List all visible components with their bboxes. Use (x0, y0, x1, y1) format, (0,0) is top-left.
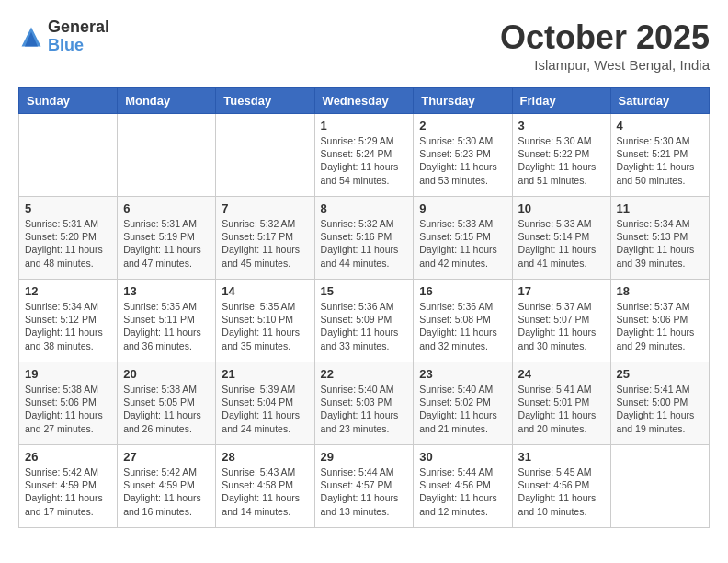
day-info: Sunrise: 5:45 AM Sunset: 4:56 PM Dayligh… (518, 465, 605, 518)
day-number: 31 (518, 450, 605, 464)
day-number: 23 (419, 367, 506, 381)
day-info: Sunrise: 5:34 AM Sunset: 5:13 PM Dayligh… (617, 217, 703, 270)
day-info: Sunrise: 5:29 AM Sunset: 5:24 PM Dayligh… (321, 134, 408, 187)
day-info: Sunrise: 5:35 AM Sunset: 5:10 PM Dayligh… (222, 300, 308, 352)
day-number: 1 (321, 119, 408, 132)
calendar-cell: 24Sunrise: 5:41 AM Sunset: 5:01 PM Dayli… (512, 362, 610, 445)
calendar-cell: 4Sunrise: 5:30 AM Sunset: 5:21 PM Daylig… (610, 114, 709, 197)
calendar-cell: 13Sunrise: 5:35 AM Sunset: 5:11 PM Dayli… (118, 280, 216, 362)
day-info: Sunrise: 5:33 AM Sunset: 5:14 PM Dayligh… (518, 217, 605, 270)
calendar-cell: 2Sunrise: 5:30 AM Sunset: 5:23 PM Daylig… (414, 114, 512, 197)
calendar-day-header: Friday (512, 88, 610, 114)
logo-icon (18, 24, 44, 50)
day-info: Sunrise: 5:44 AM Sunset: 4:56 PM Dayligh… (419, 465, 506, 518)
day-info: Sunrise: 5:34 AM Sunset: 5:12 PM Dayligh… (25, 300, 111, 352)
day-number: 6 (123, 201, 210, 215)
day-info: Sunrise: 5:37 AM Sunset: 5:06 PM Dayligh… (617, 300, 703, 352)
day-number: 9 (419, 201, 506, 215)
day-number: 26 (25, 450, 111, 464)
day-info: Sunrise: 5:37 AM Sunset: 5:07 PM Dayligh… (518, 300, 605, 352)
day-info: Sunrise: 5:31 AM Sunset: 5:19 PM Dayligh… (123, 217, 210, 270)
day-number: 29 (321, 450, 408, 464)
day-number: 13 (123, 284, 210, 298)
calendar-cell: 6Sunrise: 5:31 AM Sunset: 5:19 PM Daylig… (118, 197, 216, 280)
day-info: Sunrise: 5:36 AM Sunset: 5:08 PM Dayligh… (419, 300, 506, 352)
calendar-cell: 5Sunrise: 5:31 AM Sunset: 5:20 PM Daylig… (19, 197, 118, 280)
day-number: 30 (419, 450, 506, 464)
calendar-cell: 21Sunrise: 5:39 AM Sunset: 5:04 PM Dayli… (216, 362, 314, 445)
day-number: 28 (222, 450, 308, 464)
location: Islampur, West Bengal, India (500, 57, 710, 73)
calendar-cell: 29Sunrise: 5:44 AM Sunset: 4:57 PM Dayli… (314, 445, 414, 528)
calendar-day-header: Monday (118, 88, 216, 114)
day-info: Sunrise: 5:30 AM Sunset: 5:22 PM Dayligh… (518, 134, 605, 187)
day-number: 10 (518, 201, 605, 215)
day-number: 20 (123, 367, 210, 381)
calendar-cell (610, 445, 709, 528)
calendar-cell: 20Sunrise: 5:38 AM Sunset: 5:05 PM Dayli… (118, 362, 216, 445)
calendar-cell: 23Sunrise: 5:40 AM Sunset: 5:02 PM Dayli… (414, 362, 512, 445)
day-info: Sunrise: 5:43 AM Sunset: 4:58 PM Dayligh… (222, 465, 308, 518)
calendar-cell (118, 114, 216, 197)
day-number: 4 (617, 119, 703, 132)
day-info: Sunrise: 5:42 AM Sunset: 4:59 PM Dayligh… (123, 465, 210, 518)
calendar-table: SundayMondayTuesdayWednesdayThursdayFrid… (18, 87, 710, 528)
calendar-header-row: SundayMondayTuesdayWednesdayThursdayFrid… (19, 88, 710, 114)
calendar-cell: 7Sunrise: 5:32 AM Sunset: 5:17 PM Daylig… (216, 197, 314, 280)
day-info: Sunrise: 5:39 AM Sunset: 5:04 PM Dayligh… (222, 383, 308, 435)
logo-text: General Blue (48, 18, 109, 55)
title-area: October 2025 Islampur, West Bengal, Indi… (500, 18, 710, 73)
day-number: 5 (25, 201, 111, 215)
calendar-cell: 8Sunrise: 5:32 AM Sunset: 5:16 PM Daylig… (314, 197, 414, 280)
calendar-cell: 27Sunrise: 5:42 AM Sunset: 4:59 PM Dayli… (118, 445, 216, 528)
month-title: October 2025 (500, 18, 710, 57)
calendar-cell: 15Sunrise: 5:36 AM Sunset: 5:09 PM Dayli… (314, 280, 414, 362)
calendar-cell: 22Sunrise: 5:40 AM Sunset: 5:03 PM Dayli… (314, 362, 414, 445)
calendar-cell: 3Sunrise: 5:30 AM Sunset: 5:22 PM Daylig… (512, 114, 610, 197)
calendar-day-header: Thursday (414, 88, 512, 114)
calendar-week-row: 19Sunrise: 5:38 AM Sunset: 5:06 PM Dayli… (19, 362, 710, 445)
day-info: Sunrise: 5:40 AM Sunset: 5:02 PM Dayligh… (419, 383, 506, 435)
calendar-day-header: Sunday (19, 88, 118, 114)
day-number: 12 (25, 284, 111, 298)
calendar-cell: 18Sunrise: 5:37 AM Sunset: 5:06 PM Dayli… (610, 280, 709, 362)
day-number: 3 (518, 119, 605, 132)
day-number: 2 (419, 119, 506, 132)
calendar-week-row: 1Sunrise: 5:29 AM Sunset: 5:24 PM Daylig… (19, 114, 710, 197)
day-info: Sunrise: 5:30 AM Sunset: 5:23 PM Dayligh… (419, 134, 506, 187)
day-number: 27 (123, 450, 210, 464)
day-number: 8 (321, 201, 408, 215)
day-number: 17 (518, 284, 605, 298)
calendar-cell: 25Sunrise: 5:41 AM Sunset: 5:00 PM Dayli… (610, 362, 709, 445)
calendar-day-header: Saturday (610, 88, 709, 114)
logo-blue: Blue (48, 37, 109, 55)
day-number: 7 (222, 201, 308, 215)
day-info: Sunrise: 5:42 AM Sunset: 4:59 PM Dayligh… (25, 465, 111, 518)
day-info: Sunrise: 5:41 AM Sunset: 5:01 PM Dayligh… (518, 383, 605, 435)
calendar-cell: 10Sunrise: 5:33 AM Sunset: 5:14 PM Dayli… (512, 197, 610, 280)
calendar-cell: 28Sunrise: 5:43 AM Sunset: 4:58 PM Dayli… (216, 445, 314, 528)
day-info: Sunrise: 5:40 AM Sunset: 5:03 PM Dayligh… (321, 383, 408, 435)
calendar-cell: 30Sunrise: 5:44 AM Sunset: 4:56 PM Dayli… (414, 445, 512, 528)
day-number: 14 (222, 284, 308, 298)
calendar-cell: 31Sunrise: 5:45 AM Sunset: 4:56 PM Dayli… (512, 445, 610, 528)
calendar-day-header: Wednesday (314, 88, 414, 114)
day-number: 11 (617, 201, 703, 215)
calendar-week-row: 12Sunrise: 5:34 AM Sunset: 5:12 PM Dayli… (19, 280, 710, 362)
calendar-cell: 1Sunrise: 5:29 AM Sunset: 5:24 PM Daylig… (314, 114, 414, 197)
calendar-cell: 9Sunrise: 5:33 AM Sunset: 5:15 PM Daylig… (414, 197, 512, 280)
page-header: General Blue October 2025 Islampur, West… (18, 18, 710, 73)
calendar-week-row: 5Sunrise: 5:31 AM Sunset: 5:20 PM Daylig… (19, 197, 710, 280)
day-number: 15 (321, 284, 408, 298)
calendar-cell: 14Sunrise: 5:35 AM Sunset: 5:10 PM Dayli… (216, 280, 314, 362)
day-number: 18 (617, 284, 703, 298)
day-info: Sunrise: 5:32 AM Sunset: 5:17 PM Dayligh… (222, 217, 308, 270)
day-number: 24 (518, 367, 605, 381)
day-info: Sunrise: 5:38 AM Sunset: 5:05 PM Dayligh… (123, 383, 210, 435)
calendar-cell: 19Sunrise: 5:38 AM Sunset: 5:06 PM Dayli… (19, 362, 118, 445)
day-number: 21 (222, 367, 308, 381)
calendar-cell: 12Sunrise: 5:34 AM Sunset: 5:12 PM Dayli… (19, 280, 118, 362)
calendar-cell: 17Sunrise: 5:37 AM Sunset: 5:07 PM Dayli… (512, 280, 610, 362)
day-info: Sunrise: 5:30 AM Sunset: 5:21 PM Dayligh… (617, 134, 703, 187)
logo: General Blue (18, 18, 109, 55)
